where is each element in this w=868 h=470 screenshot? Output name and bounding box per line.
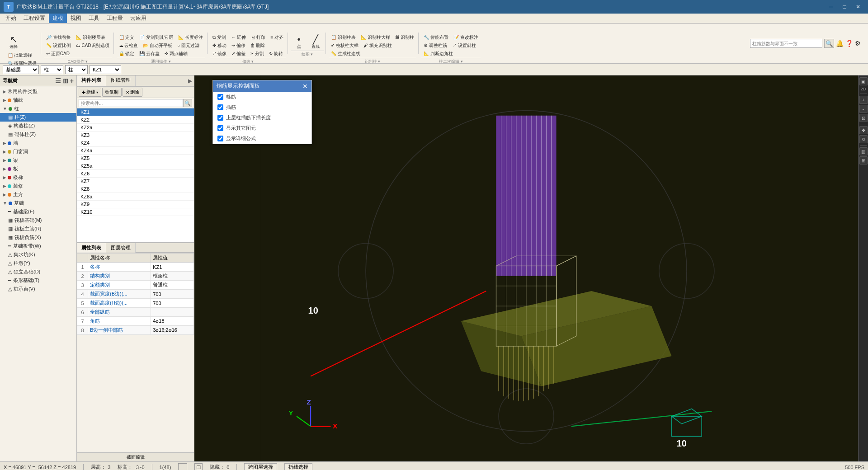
nav-list-view-icon[interactable]: ☰ xyxy=(55,77,61,85)
prop-name-3[interactable]: 定额类别 xyxy=(88,281,151,290)
rt-pan-icon[interactable]: ✥ xyxy=(859,126,868,134)
insert-checkbox[interactable] xyxy=(217,104,223,110)
menu-project-settings[interactable]: 工程设置 xyxy=(20,14,49,23)
close-button[interactable]: ✕ xyxy=(852,2,864,11)
polyline-select-btn[interactable]: 折线选择 xyxy=(284,463,312,470)
nav-found-beam[interactable]: ━ 基础梁(F) xyxy=(0,207,76,216)
rt-rotate-icon[interactable]: ↻ xyxy=(859,135,868,143)
viewport[interactable]: 钢筋显示控制面板 ✕ 箍筋 插筋 上层柱插筋下插长度 显示其它图元 显示详 xyxy=(194,75,858,461)
nav-door-window-section[interactable]: ▶ 门窗洞 xyxy=(0,147,76,156)
stirrup-checkbox[interactable] xyxy=(217,94,223,100)
cad-identify-button[interactable]: 🗂 CAD识别选项 xyxy=(74,42,112,50)
adjust-rebar-button[interactable]: ⚙ 调整柱筋 xyxy=(421,42,449,50)
prop-val-4[interactable]: 700 xyxy=(151,290,194,299)
menu-modeling[interactable]: 建模 xyxy=(49,14,67,23)
rt-section-icon[interactable]: ▨ xyxy=(859,147,868,155)
comp-item-kz6[interactable]: KZ6 xyxy=(77,170,194,178)
component-select[interactable]: KZ1 xyxy=(90,65,121,74)
nav-col-pier[interactable]: △ 柱墩(Y) xyxy=(0,259,76,268)
identify-col-button[interactable]: 🏛 识别柱 xyxy=(393,33,417,42)
comp-item-kz1[interactable]: KZ1 xyxy=(77,108,194,116)
prop-name-6[interactable]: 全部纵筋 xyxy=(88,308,151,317)
prop-name-8[interactable]: B边一侧中部筋 xyxy=(88,326,151,335)
copy-to-other-button[interactable]: 📄 复制到其它层 xyxy=(137,33,175,42)
menu-tools[interactable]: 工具 xyxy=(85,14,103,23)
nav-add-icon[interactable]: + xyxy=(70,77,74,85)
nav-decor-section[interactable]: ▶ 装修 xyxy=(0,182,76,190)
comp-item-kz8[interactable]: KZ8 xyxy=(77,185,194,193)
help-icon[interactable]: ❓ xyxy=(845,40,853,47)
align-button[interactable]: ≡ 对齐 xyxy=(268,33,286,42)
copy-mod-button[interactable]: ⧉ 复制 xyxy=(210,33,228,42)
judge-corner-button[interactable]: 📐 判断边角柱 xyxy=(421,50,455,58)
restore-cad-button[interactable]: ↩ 还原CAD xyxy=(44,50,72,58)
rt-zoom-fit-icon[interactable]: ⊡ xyxy=(859,114,868,122)
nav-expand-icon[interactable]: ⊞ xyxy=(63,77,68,85)
modify-mark-button[interactable]: 📝 查改标注 xyxy=(451,33,481,42)
bias-button[interactable]: ⤢ 偏差 xyxy=(229,50,248,58)
prop-val-1[interactable]: KZ1 xyxy=(151,263,194,272)
nav-common-types[interactable]: ▶ 常用构件类型 xyxy=(0,87,76,96)
app-logo[interactable]: T xyxy=(4,2,14,12)
batch-select-button[interactable]: 📋批量选择 xyxy=(5,51,34,59)
set-scale-button[interactable]: 📏 设置比例 xyxy=(44,42,73,50)
identify-layer-button[interactable]: 📐 识别楼层表 xyxy=(74,33,108,42)
menu-cloud[interactable]: 云应用 xyxy=(127,14,150,23)
two-point-axis-button[interactable]: ✛ 两点辅轴 xyxy=(162,50,190,58)
cross-layer-select-btn[interactable]: 跨图层选择 xyxy=(244,463,277,470)
nav-beam-section[interactable]: ▶ 梁 xyxy=(0,156,76,164)
comp-item-kz5[interactable]: KZ5 xyxy=(77,155,194,162)
panel-expand-btn[interactable]: ▶ xyxy=(186,75,194,86)
set-rebar-button[interactable]: ↗ 设置斜柱 xyxy=(450,42,478,50)
type1-select[interactable]: 柱 xyxy=(41,65,63,74)
nav-axis-section[interactable]: ▶ 轴线 xyxy=(0,96,76,104)
nav-masonry-col[interactable]: ▤ 砌体柱(Z) xyxy=(0,130,76,139)
point-draw-button[interactable]: • 点 xyxy=(291,33,307,51)
define-button[interactable]: 📋 定义 xyxy=(117,33,137,42)
detail-formula-checkbox[interactable] xyxy=(217,136,223,141)
comp-item-kz4a[interactable]: KZ4a xyxy=(77,147,194,155)
notification-icon[interactable]: 🔔 xyxy=(836,40,844,47)
circle-filter-button[interactable]: ○ 圆元过滤 xyxy=(175,42,202,50)
rebar-panel-close[interactable]: ✕ xyxy=(302,83,308,90)
menu-quantities[interactable]: 工程量 xyxy=(103,14,127,23)
nav-earth-section[interactable]: ▶ 土方 xyxy=(0,190,76,199)
dim-mark-button[interactable]: 📐 长度标注 xyxy=(176,33,205,42)
prop-val-2[interactable]: 框架柱 xyxy=(151,272,194,281)
cloud-save-button[interactable]: 💾 云存盘 xyxy=(137,50,162,58)
check-large-button[interactable]: ✔ 校核柱大样 xyxy=(329,42,361,50)
nav-found-section[interactable]: ▼ 基础 xyxy=(0,199,76,207)
prop-val-3[interactable]: 普通柱 xyxy=(151,281,194,290)
prop-name-2[interactable]: 结构类别 xyxy=(88,272,151,281)
toolbar-search-btn[interactable]: 🔍 xyxy=(824,39,834,48)
comp-item-kz10[interactable]: KZ10 xyxy=(77,208,194,216)
rt-zoom-out-icon[interactable]: - xyxy=(859,105,868,113)
gen-sideline-button[interactable]: 📏 生成柱边线 xyxy=(329,50,363,58)
minimize-button[interactable]: ─ xyxy=(825,2,837,11)
prop-val-8[interactable]: 3⌀16;2⌀16 xyxy=(151,326,194,335)
comp-item-kz7[interactable]: KZ7 xyxy=(77,178,194,185)
settings-icon[interactable]: ⚙ xyxy=(855,40,861,47)
hide-toggle-btn[interactable]: □ xyxy=(194,463,203,470)
comp-item-kz2a[interactable]: KZ2a xyxy=(77,124,194,132)
nav-raft-main[interactable]: ▦ 筏板主筋(R) xyxy=(0,225,76,233)
nav-sump[interactable]: △ 集水坑(K) xyxy=(0,250,76,259)
section-edit-button[interactable]: 截面编辑 xyxy=(77,452,194,461)
nav-found-belt[interactable]: ━ 基础板带(W) xyxy=(0,242,76,250)
show-other-checkbox[interactable] xyxy=(217,125,223,131)
select-button[interactable]: ↖ 选择 xyxy=(5,33,22,51)
tab-prop-list[interactable]: 属性列表 xyxy=(77,243,106,253)
move-button[interactable]: ✥ 移动 xyxy=(210,42,229,50)
type2-select[interactable]: 柱 xyxy=(65,65,88,74)
comp-item-kz8a[interactable]: KZ8a xyxy=(77,193,194,201)
nav-col-section[interactable]: ▼ 柱 xyxy=(0,104,76,113)
comp-search-input[interactable] xyxy=(79,99,183,107)
toolbar-search-input[interactable] xyxy=(750,39,822,48)
rt-layer-icon[interactable]: ⊞ xyxy=(859,156,868,164)
upper-insert-checkbox[interactable] xyxy=(217,115,223,121)
prop-val-7[interactable]: 4⌀18 xyxy=(151,317,194,326)
nav-col-z[interactable]: ▤ 柱(Z) xyxy=(0,113,76,122)
fill-identify-button[interactable]: 🖌 填充识别柱 xyxy=(361,42,394,50)
find-replace-button[interactable]: 🔎 查找替换 xyxy=(44,33,73,42)
tab-drawing-mgmt[interactable]: 图纸管理 xyxy=(106,75,136,86)
